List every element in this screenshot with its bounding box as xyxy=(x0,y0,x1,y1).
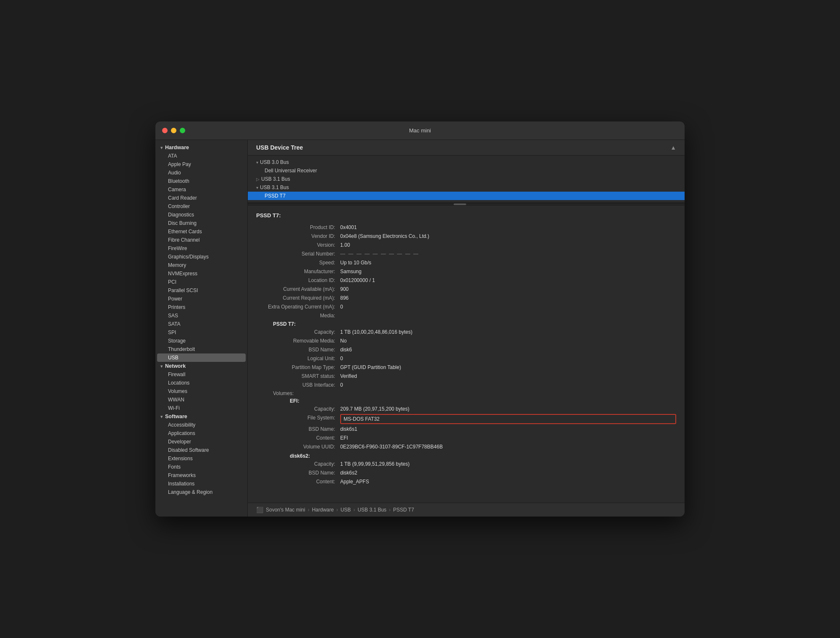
label-manufacturer: Manufacturer: xyxy=(256,268,340,275)
value-vendorid: 0x04e8 (Samsung Electronics Co., Ltd.) xyxy=(340,232,676,240)
info-row-vendorid: Vendor ID: 0x04e8 (Samsung Electronics C… xyxy=(256,232,676,240)
value-serial: — — — — — — — — — — xyxy=(340,250,676,258)
disk6s2-value-content: Apple_APFS xyxy=(340,478,676,485)
tree-item-delluniversal[interactable]: Dell Universal Receiver xyxy=(248,166,685,175)
sub-value-capacity: 1 TB (10,00,20,48,86,016 bytes) xyxy=(340,328,676,336)
sidebar-item-ethernetcards[interactable]: Ethernet Cards xyxy=(155,227,247,236)
sidebar-item-locations[interactable]: Locations xyxy=(155,379,247,387)
sidebar-item-nvmexpress[interactable]: NVMExpress xyxy=(155,269,247,278)
sidebar-item-frameworks[interactable]: Frameworks xyxy=(155,471,247,480)
sidebar-item-bluetooth[interactable]: Bluetooth xyxy=(155,177,247,185)
sidebar-item-parallelscsi[interactable]: Parallel SCSI xyxy=(155,286,247,295)
sidebar-item-sata[interactable]: SATA xyxy=(155,320,247,328)
sidebar-item-memory[interactable]: Memory xyxy=(155,261,247,269)
sidebar-item-wifi[interactable]: Wi-Fi xyxy=(155,404,247,412)
sidebar-item-installations[interactable]: Installations xyxy=(155,480,247,488)
label-productid: Product ID: xyxy=(256,224,340,231)
sub-value-removable: No xyxy=(340,337,676,345)
volumes-label: Volumes: xyxy=(256,390,676,396)
sidebar-item-extensions[interactable]: Extensions xyxy=(155,454,247,463)
tree-label-usb31bus-first: USB 3.1 Bus xyxy=(261,176,290,182)
sidebar-item-controller[interactable]: Controller xyxy=(155,202,247,211)
tree-item-usb31bus-first[interactable]: ▷ USB 3.1 Bus xyxy=(248,175,685,183)
sidebar-item-printers[interactable]: Printers xyxy=(155,303,247,311)
sub-value-smart: Verified xyxy=(340,372,676,380)
sidebar-item-storage[interactable]: Storage xyxy=(155,337,247,345)
breadcrumb-sep-1: › xyxy=(308,507,310,513)
main-content: ▾ Hardware ATA Apple Pay Audio Bluetooth… xyxy=(155,140,685,517)
value-productid: 0x4001 xyxy=(340,224,676,231)
breadcrumb-sep-2: › xyxy=(336,507,338,513)
sidebar-item-accessibility[interactable]: Accessibility xyxy=(155,421,247,429)
value-currentavail: 900 xyxy=(340,285,676,293)
tree-item-usb30bus[interactable]: ▾ USB 3.0 Bus xyxy=(248,158,685,166)
sidebar-item-firewall[interactable]: Firewall xyxy=(155,370,247,379)
hardware-label: Hardware xyxy=(165,145,189,150)
sidebar-item-developer[interactable]: Developer xyxy=(155,438,247,446)
sidebar-item-applepay[interactable]: Apple Pay xyxy=(155,160,247,169)
efi-value-bsdname: disk6s1 xyxy=(340,425,676,433)
sidebar-section-hardware[interactable]: ▾ Hardware xyxy=(155,143,247,152)
tree-chevron-usb30: ▾ xyxy=(256,160,258,165)
sidebar-item-applications[interactable]: Applications xyxy=(155,429,247,438)
disk6s2-row-content: Content: Apple_APFS xyxy=(256,478,676,485)
minimize-button[interactable] xyxy=(171,128,176,133)
sub-row-bsdname: BSD Name: disk6 xyxy=(256,346,676,353)
info-row-version: Version: 1.00 xyxy=(256,241,676,249)
tree-label-delluniversal: Dell Universal Receiver xyxy=(265,168,317,174)
sidebar-item-usb[interactable]: USB xyxy=(157,353,246,362)
sidebar-item-languageregion[interactable]: Language & Region xyxy=(155,488,247,496)
sidebar-item-cardreader[interactable]: Card Reader xyxy=(155,194,247,202)
sidebar-section-software[interactable]: ▾ Software xyxy=(155,412,247,421)
sub-value-bsdname: disk6 xyxy=(340,346,676,353)
sidebar-item-ata[interactable]: ATA xyxy=(155,152,247,160)
close-button[interactable] xyxy=(162,128,168,133)
disk6s2-label-capacity: Capacity: xyxy=(290,460,340,468)
sidebar-item-audio[interactable]: Audio xyxy=(155,169,247,177)
traffic-lights xyxy=(162,128,185,133)
sub-value-usbinterface: 0 xyxy=(340,381,676,389)
maximize-button[interactable] xyxy=(180,128,185,133)
label-serial: Serial Number: xyxy=(256,250,340,258)
sidebar-item-graphicsdisplays[interactable]: Graphics/Displays xyxy=(155,253,247,261)
info-row-productid: Product ID: 0x4001 xyxy=(256,224,676,231)
usb-tree: ▾ USB 3.0 Bus Dell Universal Receiver ▷ … xyxy=(248,156,685,203)
efi-title: EFI: xyxy=(256,398,676,404)
tree-item-pssdt7[interactable]: PSSD T7 xyxy=(248,192,685,200)
sidebar-item-firewire[interactable]: FireWire xyxy=(155,244,247,253)
tree-label-usb30bus: USB 3.0 Bus xyxy=(260,159,289,165)
label-speed: Speed: xyxy=(256,259,340,266)
sidebar-item-sas[interactable]: SAS xyxy=(155,311,247,320)
sidebar-item-fibrechannel[interactable]: Fibre Channel xyxy=(155,236,247,244)
sub-label-capacity: Capacity: xyxy=(273,328,340,336)
breadcrumb-sep-3: › xyxy=(353,507,355,513)
sidebar-item-disabledsoftware[interactable]: Disabled Software xyxy=(155,446,247,454)
efi-row-filesystem: File System: MS-DOS FAT32 xyxy=(256,414,676,424)
sidebar-item-fonts[interactable]: Fonts xyxy=(155,463,247,471)
sidebar: ▾ Hardware ATA Apple Pay Audio Bluetooth… xyxy=(155,140,248,517)
sidebar-item-pci[interactable]: PCI xyxy=(155,278,247,286)
sidebar-item-wwan[interactable]: WWAN xyxy=(155,395,247,404)
value-currentreq: 896 xyxy=(340,294,676,302)
divider-bar[interactable] xyxy=(248,203,685,206)
sub-label-usbinterface: USB Interface: xyxy=(273,381,340,389)
info-row-manufacturer: Manufacturer: Samsung xyxy=(256,268,676,275)
efi-value-capacity: 209.7 MB (20,97,15,200 bytes) xyxy=(340,405,676,413)
sidebar-section-network[interactable]: ▾ Network xyxy=(155,362,247,370)
efi-label-capacity: Capacity: xyxy=(290,405,340,413)
efi-value-filesystem: MS-DOS FAT32 xyxy=(340,414,676,424)
media-label: Media: xyxy=(256,312,340,319)
sidebar-item-power[interactable]: Power xyxy=(155,295,247,303)
chevron-hardware: ▾ xyxy=(160,145,163,150)
efi-label-content: Content: xyxy=(290,434,340,442)
sidebar-item-spi[interactable]: SPI xyxy=(155,328,247,337)
sidebar-item-diagnostics[interactable]: Diagnostics xyxy=(155,211,247,219)
sub-row-removable: Removable Media: No xyxy=(256,337,676,345)
sidebar-item-camera[interactable]: Camera xyxy=(155,185,247,194)
collapse-icon[interactable]: ▲ xyxy=(670,144,676,151)
tree-item-usb31bus-second[interactable]: ▾ USB 3.1 Bus xyxy=(248,183,685,192)
sidebar-item-volumes[interactable]: Volumes xyxy=(155,387,247,395)
sidebar-item-thunderbolt[interactable]: Thunderbolt xyxy=(155,345,247,353)
efi-label-uuid: Volume UUID: xyxy=(290,443,340,451)
sidebar-item-discburning[interactable]: Disc Burning xyxy=(155,219,247,227)
